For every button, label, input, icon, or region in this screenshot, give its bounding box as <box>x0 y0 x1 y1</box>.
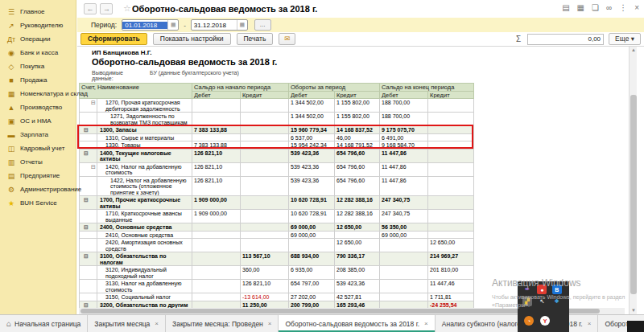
amount-cell <box>380 252 428 266</box>
generate-button[interactable]: Сформировать <box>80 33 147 45</box>
sidebar-item-4[interactable]: ◉Банк и касса <box>0 46 76 59</box>
sidebar-item-8[interactable]: ▲Производство <box>0 100 76 114</box>
collapse-icon[interactable]: ⊟ <box>84 127 89 133</box>
period-to-field[interactable]: 31.12.2018 ▦ <box>191 19 248 31</box>
table-row[interactable]: ⊟2400, Основные средства69 000,0012 650,… <box>80 223 474 232</box>
period-options-button[interactable]: ... <box>254 19 271 31</box>
period-bar: Период: 01.01.2018 ▦ - 31.12.2018 ▦ ... <box>77 18 644 32</box>
favorite-star-icon[interactable]: ☆ <box>123 3 131 13</box>
defender-shield-icon[interactable]: ▞ <box>522 297 532 306</box>
collapse-icon[interactable]: ⊟ <box>84 302 89 308</box>
collapse-icon[interactable]: ⊟ <box>91 100 96 105</box>
table-row[interactable]: ⊟1400, Текущие налоговые активы126 821,1… <box>80 149 474 162</box>
sidebar-item-3[interactable]: ДтОперации <box>0 32 76 46</box>
table-row[interactable]: 1271, Задолженность по возвратам ТМЗ пос… <box>80 113 474 126</box>
period-from-field[interactable]: 01.01.2018 ▦ <box>122 19 179 31</box>
table-row[interactable]: 1422, Налог на добавленную стоимость (от… <box>80 176 474 196</box>
table-row[interactable]: 3150, Социальный налог-13 614,0027 202,0… <box>80 293 474 301</box>
bluetooth-icon[interactable]: B <box>552 285 562 294</box>
sidebar-item-7[interactable]: ▦Номенклатура и склад <box>0 87 76 100</box>
table-row[interactable]: ⊟3100, Обязательства по налогам113 567,1… <box>80 252 474 266</box>
collapse-icon[interactable]: ⊟ <box>84 150 89 156</box>
vertical-scrollbar-thumb[interactable] <box>630 95 637 294</box>
sidebar-item-14[interactable]: ⚙Администрирование <box>0 182 76 196</box>
close-icon[interactable]: × <box>634 3 639 12</box>
collapse-icon[interactable]: ⊟ <box>84 197 89 203</box>
table-row[interactable]: 3120, Индивидуальный подоходный налог360… <box>80 266 474 280</box>
window-tab-1[interactable]: ⌂Начальная страница <box>0 315 88 332</box>
tab-close-icon[interactable]: × <box>588 320 592 327</box>
tab-close-icon[interactable]: × <box>155 320 159 327</box>
print-button[interactable]: Печать <box>237 33 274 45</box>
sidebar-item-label: BUH Service <box>20 199 57 207</box>
yandex-tray-icon[interactable]: Y <box>540 316 550 326</box>
sidebar-item-5[interactable]: ◇Покупка <box>0 59 76 73</box>
collapse-icon[interactable]: ⊟ <box>91 164 96 170</box>
more-vertical-icon[interactable]: ⋮ <box>619 3 627 12</box>
email-button[interactable]: ✉ <box>279 33 295 45</box>
calendar-icon[interactable]: ▦ <box>237 20 247 30</box>
sidebar-item-9[interactable]: ▣ОС и НМА <box>0 114 76 128</box>
show-settings-button[interactable]: Показать настройки <box>153 33 231 45</box>
sidebar-item-label: Кадровый учет <box>20 145 64 152</box>
preview-icon[interactable]: ❏ <box>592 3 599 12</box>
sidebar-item-1[interactable]: ☰Главное <box>0 5 76 18</box>
forward-button[interactable]: → <box>100 3 113 14</box>
link-icon[interactable]: ∞ <box>606 3 612 12</box>
collapse-icon[interactable]: ⊟ <box>84 224 89 230</box>
window-tab-4[interactable]: Оборотно-сальдовая ведомость за 2018 г.× <box>279 315 435 332</box>
window-tab-3[interactable]: Закрытие месяца: Проведен× <box>166 315 279 332</box>
period-from-value[interactable]: 01.01.2018 <box>122 22 167 29</box>
amount-cell: 7 383 133,88 <box>192 126 241 134</box>
report-area: ИП Банщикова Н.Г. Оборотно-сальдовая вед… <box>77 47 628 314</box>
amount-cell: 790 336,17 <box>335 252 380 266</box>
scroll-down-arrow[interactable]: ▼ <box>630 307 638 314</box>
browser-tray-icon[interactable]: ◔ <box>524 316 534 326</box>
amount-cell: 14 168 791,52 <box>335 141 380 150</box>
more-button[interactable]: Еще ▾ <box>609 33 641 45</box>
print-icon[interactable]: ▦ <box>577 3 584 12</box>
amount-cell <box>241 113 289 126</box>
amount-cell: 126 821,10 <box>192 176 241 196</box>
table-row[interactable]: 2410, Основные средства69 000,0069 000,0… <box>80 231 474 239</box>
table-row[interactable]: ⊟1700, Прочие краткосрочные активы1 909 … <box>80 196 474 210</box>
autosum-field[interactable]: 0,00 <box>527 34 604 45</box>
feather-app-icon[interactable]: ✒ <box>522 285 532 294</box>
sidebar-item-15[interactable]: ★BUH Service <box>0 196 76 210</box>
output-data-value: БУ (данные бухгалтерского учета) <box>150 70 239 81</box>
table-row[interactable]: ⊟1420, Налог на добавленную стоимость126… <box>80 162 474 176</box>
operations-icon: Дт <box>6 35 17 43</box>
tab-close-icon[interactable]: × <box>424 320 428 327</box>
sidebar-item-2[interactable]: ↗Руководителю <box>0 18 76 32</box>
vertical-scrollbar[interactable]: ▲ ▼ <box>629 47 637 314</box>
table-row[interactable]: 3130, Налог на добавленную стоимость126 … <box>80 280 474 293</box>
sidebar-item-10[interactable]: ▬Зарплата <box>0 128 76 141</box>
tab-close-icon[interactable]: × <box>268 320 272 327</box>
table-row[interactable]: ⊟1270, Прочая краткосрочная дебиторская … <box>80 99 474 113</box>
collapse-icon[interactable]: ⊟ <box>84 253 89 259</box>
period-to-value[interactable]: 31.12.2018 <box>192 22 237 29</box>
column-header-closing: Сальдо на конец периода <box>380 84 474 92</box>
table-row[interactable]: 2420, Амортизация основных средств12 650… <box>80 239 474 252</box>
output-data-row: Выводимые данные: БУ (данные бухгалтерск… <box>92 70 239 81</box>
back-button[interactable]: ← <box>84 3 97 14</box>
sidebar-item-11[interactable]: ◫Кадровый учет <box>0 141 76 155</box>
calendar-icon[interactable]: ▦ <box>167 20 178 30</box>
amount-cell: 6 537,00 <box>289 133 335 141</box>
table-row[interactable]: 1310, Сырье и материалы6 537,0046,006 49… <box>80 133 474 141</box>
sidebar-item-12[interactable]: ▥Отчеты <box>0 155 76 169</box>
amount-cell <box>241 239 289 252</box>
amount-cell <box>428 196 474 210</box>
sidebar-item-6[interactable]: ■Продажа <box>0 73 76 87</box>
table-row[interactable]: ⊟1300, Запасы7 383 133,8815 960 779,3414… <box>80 126 474 134</box>
mouse-settings-icon[interactable]: ↖ <box>537 297 547 306</box>
output-data-label: Выводимые данные: <box>92 70 142 81</box>
table-row[interactable]: 1710, Краткосрочные авансы выданные1 909… <box>80 210 474 223</box>
recorder-app-icon[interactable]: ● <box>537 285 547 294</box>
scroll-up-arrow[interactable]: ▲ <box>630 47 638 54</box>
save-icon[interactable]: ▤ <box>562 3 569 12</box>
table-row[interactable]: 1330, Товары7 383 133,8815 954 242,3414 … <box>80 141 474 150</box>
window-tab-2[interactable]: Закрытия месяца× <box>88 315 166 332</box>
sidebar-item-13[interactable]: ▤Предприятие <box>0 169 76 182</box>
pin-app-icon[interactable]: ❖ <box>552 297 562 306</box>
